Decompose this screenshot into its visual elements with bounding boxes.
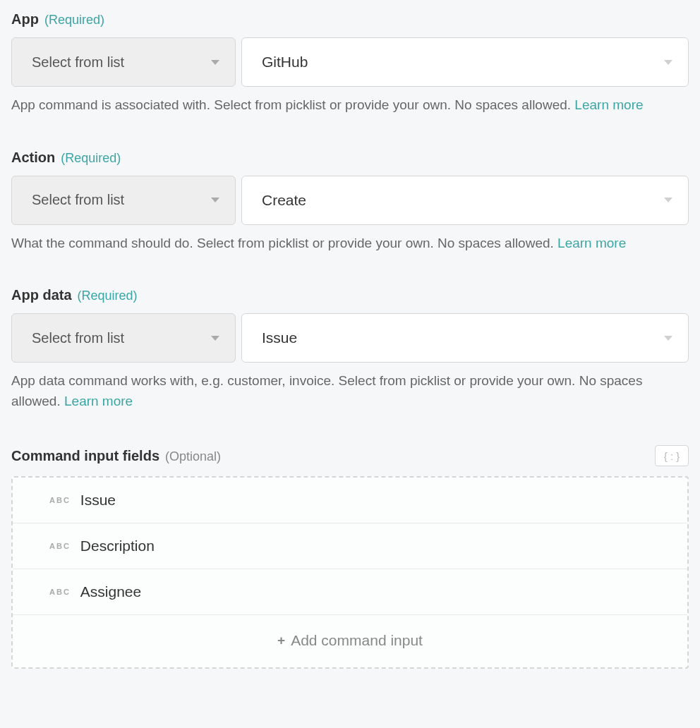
code-toggle-button[interactable]: { : }	[655, 445, 689, 466]
field-group-action: Action (Required) Select from list Creat…	[11, 150, 689, 254]
app-value-select[interactable]: GitHub	[241, 37, 689, 87]
select-mode-label: Select from list	[32, 54, 124, 71]
appdata-help-text: App data command works with, e.g. custom…	[11, 371, 689, 411]
action-value: Create	[262, 192, 306, 209]
plus-icon: +	[277, 633, 285, 648]
chevron-down-icon	[664, 198, 672, 202]
optional-tag: (Optional)	[165, 449, 221, 464]
action-help-text: What the command should do. Select from …	[11, 233, 689, 254]
app-help-text: App command is associated with. Select f…	[11, 95, 689, 116]
abc-type-icon: ABC	[49, 588, 71, 596]
chevron-down-icon	[664, 336, 672, 341]
action-value-select[interactable]: Create	[241, 176, 689, 225]
select-mode-appdata[interactable]: Select from list	[11, 313, 236, 363]
app-help: App command is associated with. Select f…	[11, 97, 571, 112]
abc-type-icon: ABC	[49, 542, 71, 550]
cif-item-label: Issue	[80, 492, 116, 509]
chevron-down-icon	[211, 336, 219, 341]
learn-more-link[interactable]: Learn more	[557, 236, 626, 250]
input-row-app: Select from list GitHub	[11, 37, 689, 87]
add-command-input-label: Add command input	[291, 632, 423, 649]
cif-item-issue[interactable]: ABC Issue	[13, 478, 687, 523]
app-value: GitHub	[262, 54, 308, 71]
action-help: What the command should do. Select from …	[11, 236, 554, 250]
cif-label: Command input fields	[11, 448, 159, 464]
cif-item-label: Description	[80, 538, 155, 554]
cif-item-assignee[interactable]: ABC Assignee	[13, 569, 687, 615]
select-mode-label: Select from list	[32, 192, 124, 208]
chevron-down-icon	[211, 198, 219, 202]
cif-header: Command input fields (Optional) { : }	[11, 445, 689, 466]
required-tag: (Required)	[61, 151, 121, 166]
select-mode-app[interactable]: Select from list	[11, 37, 236, 87]
learn-more-link[interactable]: Learn more	[574, 97, 643, 112]
appdata-label: App data	[11, 287, 72, 303]
add-command-input-button[interactable]: + Add command input	[13, 615, 687, 667]
input-row-appdata: Select from list Issue	[11, 313, 689, 363]
cif-item-label: Assignee	[80, 583, 141, 600]
abc-type-icon: ABC	[49, 496, 71, 504]
action-label: Action	[11, 150, 55, 166]
select-mode-label: Select from list	[32, 330, 124, 346]
chevron-down-icon	[211, 60, 219, 65]
appdata-value-select[interactable]: Issue	[241, 313, 689, 363]
field-label-row-action: Action (Required)	[11, 150, 689, 166]
app-label: App	[11, 11, 39, 28]
required-tag: (Required)	[44, 13, 104, 28]
select-mode-action[interactable]: Select from list	[11, 176, 236, 225]
field-group-appdata: App data (Required) Select from list Iss…	[11, 287, 689, 411]
required-tag: (Required)	[78, 289, 138, 303]
cif-item-description[interactable]: ABC Description	[13, 523, 687, 569]
field-label-row-app: App (Required)	[11, 11, 689, 28]
chevron-down-icon	[664, 60, 672, 65]
field-group-command-inputs: Command input fields (Optional) { : } AB…	[11, 445, 689, 669]
cif-label-row: Command input fields (Optional)	[11, 448, 221, 464]
learn-more-link[interactable]: Learn more	[64, 394, 133, 408]
field-group-app: App (Required) Select from list GitHub A…	[11, 11, 689, 116]
field-label-row-appdata: App data (Required)	[11, 287, 689, 303]
input-row-action: Select from list Create	[11, 176, 689, 225]
code-icon: { : }	[664, 450, 680, 462]
appdata-value: Issue	[262, 329, 297, 346]
cif-box: ABC Issue ABC Description ABC Assignee +…	[11, 476, 689, 669]
